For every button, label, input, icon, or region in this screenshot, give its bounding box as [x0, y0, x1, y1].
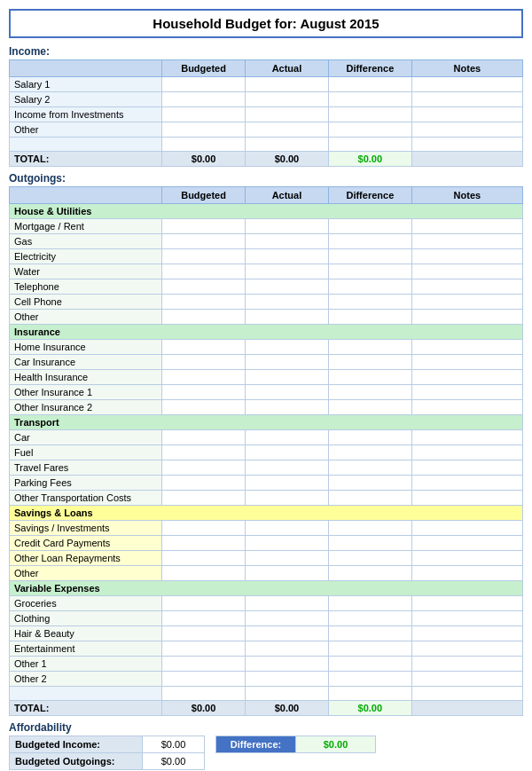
income-row-notes	[411, 122, 522, 138]
outgoings-item-label: Fuel	[10, 445, 162, 460]
outgoings-item-row: Home Insurance	[10, 340, 523, 355]
outgoings-item-notes	[411, 551, 522, 566]
outgoings-item-row: Savings / Investments	[10, 521, 523, 536]
outgoings-item-budgeted	[162, 476, 246, 491]
outgoings-item-budgeted	[162, 264, 246, 279]
outgoings-item-diff	[328, 219, 411, 234]
outgoings-section-header: House & Utilities	[10, 204, 523, 219]
outgoings-item-notes	[411, 370, 522, 385]
budgeted-outgoings-label: Budgeted Outgoings:	[10, 753, 143, 770]
outgoings-col-actual: Actual	[246, 187, 329, 204]
outgoings-item-label: Savings / Investments	[10, 521, 162, 536]
outgoings-item-label: Water	[10, 264, 162, 279]
outgoings-item-row: Parking Fees	[10, 476, 523, 491]
outgoings-item-label: Other 1	[10, 657, 162, 672]
outgoings-item-diff	[328, 521, 411, 536]
income-row: Other	[10, 122, 523, 138]
outgoings-item-notes	[411, 310, 522, 325]
outgoings-item-notes	[411, 430, 522, 445]
outgoings-total-budgeted: $0.00	[162, 701, 246, 716]
outgoings-item-actual	[246, 611, 329, 626]
outgoings-item-budgeted	[162, 310, 246, 325]
income-empty-row	[10, 138, 523, 152]
income-col-notes: Notes	[411, 60, 522, 77]
income-row-notes	[411, 92, 522, 107]
outgoings-item-actual	[246, 491, 329, 506]
outgoings-item-actual	[246, 264, 329, 279]
income-empty-diff	[328, 138, 411, 152]
income-row-budgeted	[162, 77, 246, 92]
outgoings-item-label: Other Loan Repayments	[10, 551, 162, 566]
outgoings-item-row: Other Insurance 1	[10, 385, 523, 400]
outgoings-item-budgeted	[162, 657, 246, 672]
outgoings-item-row: Other 1	[10, 657, 523, 672]
outgoings-item-label: Other Transportation Costs	[10, 491, 162, 506]
outgoings-item-budgeted	[162, 626, 246, 641]
income-empty-budgeted	[162, 138, 246, 152]
outgoings-item-notes	[411, 355, 522, 370]
outgoings-item-actual	[246, 596, 329, 611]
outgoings-item-label: Electricity	[10, 249, 162, 264]
outgoings-item-notes	[411, 491, 522, 506]
outgoings-item-budgeted	[162, 491, 246, 506]
outgoings-item-diff	[328, 264, 411, 279]
outgoings-item-row: Car	[10, 430, 523, 445]
outgoings-item-budgeted	[162, 385, 246, 400]
outgoings-item-actual	[246, 249, 329, 264]
outgoings-item-budgeted	[162, 295, 246, 310]
outgoings-item-budgeted	[162, 279, 246, 295]
outgoings-item-notes	[411, 340, 522, 355]
outgoings-item-notes	[411, 385, 522, 400]
outgoings-item-row: Water	[10, 264, 523, 279]
outgoings-header-cell: Insurance	[10, 325, 523, 340]
outgoings-item-actual	[246, 400, 329, 415]
outgoings-item-diff	[328, 491, 411, 506]
income-col-label	[10, 60, 162, 77]
outgoings-item-actual	[246, 521, 329, 536]
outgoings-item-actual	[246, 234, 329, 249]
income-row-label: Other	[10, 122, 162, 138]
outgoings-item-diff	[328, 460, 411, 476]
income-empty-notes	[411, 138, 522, 152]
outgoings-item-label: Hair & Beauty	[10, 626, 162, 641]
outgoings-item-actual	[246, 551, 329, 566]
outgoings-item-budgeted	[162, 596, 246, 611]
outgoings-item-actual	[246, 355, 329, 370]
income-col-actual: Actual	[246, 60, 329, 77]
outgoings-item-row: Clothing	[10, 611, 523, 626]
outgoings-item-actual	[246, 370, 329, 385]
income-empty-label	[10, 138, 162, 152]
income-row-difference	[328, 77, 411, 92]
affordability-table: Budgeted Income: $0.00 Difference: $0.00…	[9, 736, 523, 771]
outgoings-item-row: Other Insurance 2	[10, 400, 523, 415]
outgoings-total-label: TOTAL:	[10, 701, 162, 716]
outgoings-item-budgeted	[162, 445, 246, 460]
outgoings-item-row: Other Transportation Costs	[10, 491, 523, 506]
outgoings-item-label: Clothing	[10, 611, 162, 626]
income-col-difference: Difference	[328, 60, 411, 77]
outgoings-section-label: Outgoings:	[9, 172, 523, 185]
outgoings-item-actual	[246, 385, 329, 400]
outgoings-item-budgeted	[162, 234, 246, 249]
outgoings-header-cell: Savings & Loans	[10, 506, 523, 521]
outgoings-item-row: Telephone	[10, 279, 523, 295]
outgoings-item-diff	[328, 249, 411, 264]
outgoings-header-cell: House & Utilities	[10, 204, 523, 219]
outgoings-item-actual	[246, 536, 329, 551]
outgoings-col-label	[10, 187, 162, 204]
outgoings-item-label: Mortgage / Rent	[10, 219, 162, 234]
outgoings-item-label: Parking Fees	[10, 476, 162, 491]
outgoings-item-diff	[328, 611, 411, 626]
outgoings-item-diff	[328, 657, 411, 672]
outgoings-item-actual	[246, 295, 329, 310]
income-row-difference	[328, 107, 411, 122]
income-row: Income from Investments	[10, 107, 523, 122]
outgoings-item-notes	[411, 476, 522, 491]
outgoings-item-row: Car Insurance	[10, 355, 523, 370]
outgoings-total-row: TOTAL: $0.00 $0.00 $0.00	[10, 701, 523, 716]
outgoings-section-header: Variable Expenses	[10, 581, 523, 596]
afford-diff-label-1: Difference:	[216, 736, 296, 753]
outgoings-item-actual	[246, 445, 329, 460]
outgoings-item-notes	[411, 521, 522, 536]
outgoings-col-difference: Difference	[328, 187, 411, 204]
